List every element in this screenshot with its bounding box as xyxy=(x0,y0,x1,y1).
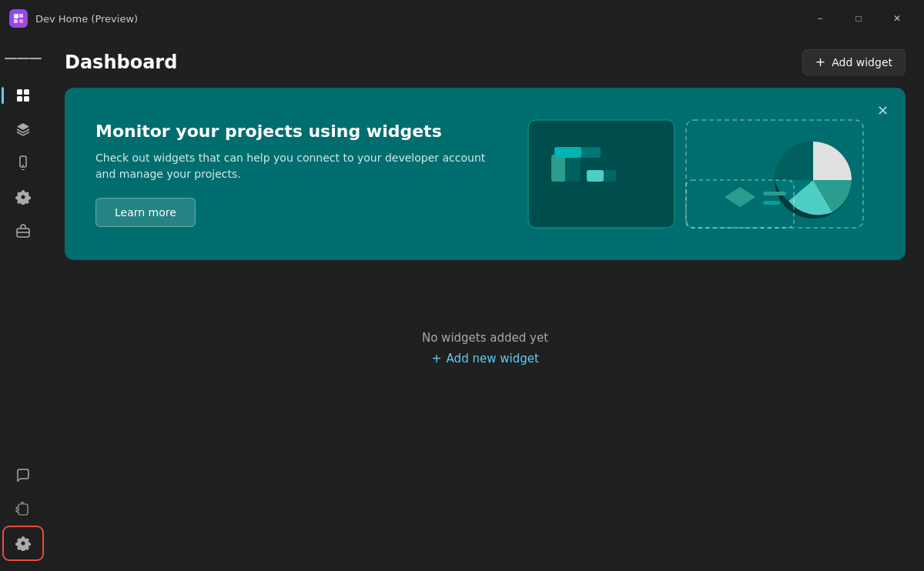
sidebar-item-device[interactable] xyxy=(5,148,42,179)
close-button[interactable]: ✕ xyxy=(879,6,915,31)
empty-state-message: No widgets added yet xyxy=(422,331,548,345)
page-title: Dashboard xyxy=(65,52,177,73)
sidebar-item-briefcase[interactable] xyxy=(5,215,42,246)
sidebar-item-layers[interactable] xyxy=(5,114,42,145)
sidebar-item-settings[interactable] xyxy=(5,528,42,559)
svg-rect-6 xyxy=(17,96,22,102)
title-bar: Dev Home (Preview) − □ ✕ xyxy=(0,0,924,37)
svg-rect-4 xyxy=(17,89,22,95)
svg-rect-21 xyxy=(554,147,581,158)
banner-illustration xyxy=(521,112,875,235)
sidebar-item-dashboard[interactable] xyxy=(5,80,42,111)
minimize-button[interactable]: − xyxy=(802,6,838,31)
header: Dashboard + Add widget xyxy=(46,37,924,88)
app-layout: Dashboard + Add widget Monitor your proj… xyxy=(0,37,924,571)
window-controls: − □ ✕ xyxy=(802,6,915,31)
banner-content: Monitor your projects using widgets Chec… xyxy=(95,122,521,227)
content-area: Monitor your projects using widgets Chec… xyxy=(46,88,924,571)
close-icon: ✕ xyxy=(877,102,889,119)
svg-rect-27 xyxy=(763,201,780,205)
empty-state: No widgets added yet + Add new widget xyxy=(65,285,906,412)
banner: Monitor your projects using widgets Chec… xyxy=(65,88,906,260)
add-widget-button[interactable]: + Add widget xyxy=(802,49,906,75)
svg-rect-7 xyxy=(24,96,29,102)
svg-rect-17 xyxy=(551,155,565,182)
banner-close-button[interactable]: ✕ xyxy=(872,100,893,122)
svg-point-14 xyxy=(22,542,25,546)
banner-description: Check out widgets that can help you conn… xyxy=(95,150,521,182)
sidebar-item-extensions[interactable] xyxy=(5,494,42,525)
add-new-widget-button[interactable]: + Add new widget xyxy=(431,351,539,366)
svg-rect-19 xyxy=(587,170,604,182)
app-title: Dev Home (Preview) xyxy=(35,13,802,25)
add-new-widget-label: Add new widget xyxy=(447,352,539,366)
svg-rect-26 xyxy=(763,192,786,195)
svg-marker-25 xyxy=(725,187,755,207)
svg-rect-1 xyxy=(19,14,23,18)
add-widget-label: Add widget xyxy=(832,56,892,68)
svg-point-9 xyxy=(22,165,24,166)
plus-icon-2: + xyxy=(431,351,441,366)
main-content: Dashboard + Add widget Monitor your proj… xyxy=(46,37,924,571)
sidebar-top xyxy=(5,80,42,460)
svg-rect-2 xyxy=(14,19,18,23)
maximize-button[interactable]: □ xyxy=(841,6,876,31)
svg-rect-3 xyxy=(19,19,23,23)
svg-rect-10 xyxy=(22,169,25,170)
sidebar-item-settings-gear[interactable] xyxy=(5,182,42,212)
hamburger-button[interactable] xyxy=(5,43,42,74)
banner-title: Monitor your projects using widgets xyxy=(95,122,521,141)
plus-icon: + xyxy=(815,56,825,68)
learn-more-button[interactable]: Learn more xyxy=(95,198,196,227)
svg-rect-5 xyxy=(24,89,29,95)
sidebar-item-chat[interactable] xyxy=(5,460,42,491)
app-icon xyxy=(9,9,28,28)
sidebar xyxy=(0,37,46,571)
svg-rect-0 xyxy=(14,14,18,18)
sidebar-bottom xyxy=(5,460,42,565)
svg-point-11 xyxy=(22,195,25,199)
